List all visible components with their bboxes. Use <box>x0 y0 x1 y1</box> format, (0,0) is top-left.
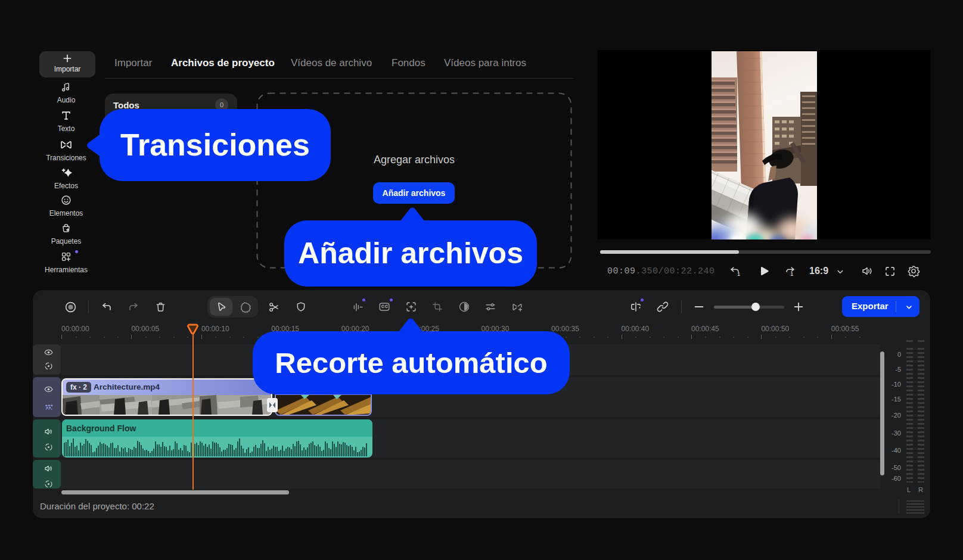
svg-text:1: 1 <box>791 272 794 277</box>
svg-text:1: 1 <box>737 272 740 277</box>
